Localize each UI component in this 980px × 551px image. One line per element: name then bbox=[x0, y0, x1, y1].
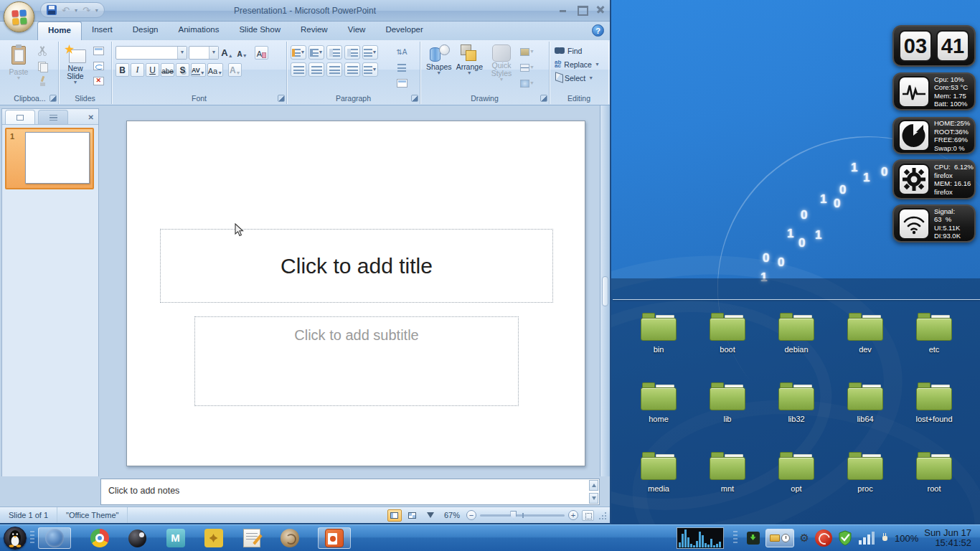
task-file-manager-active[interactable] bbox=[38, 527, 71, 549]
shape-fill-button[interactable]: ▼ bbox=[519, 44, 535, 59]
folder-opt[interactable]: opt bbox=[762, 446, 831, 516]
font-dialog-launcher-icon[interactable] bbox=[278, 95, 285, 102]
reset-button[interactable] bbox=[90, 59, 106, 73]
shape-outline-button[interactable]: ▼ bbox=[519, 60, 535, 75]
shrink-font-button[interactable]: A▼ bbox=[235, 46, 249, 60]
folder-root[interactable]: root bbox=[900, 446, 969, 516]
folder-lib[interactable]: lib bbox=[693, 377, 762, 446]
font-color-button[interactable]: A▼ bbox=[228, 63, 242, 77]
clipboard-dialog-launcher-icon[interactable] bbox=[50, 95, 57, 102]
notes-scroll-up-icon[interactable] bbox=[589, 480, 598, 491]
undo-icon[interactable]: ↶ bbox=[62, 6, 70, 15]
paste-button[interactable]: Paste ▼ bbox=[4, 44, 34, 88]
tab-developer[interactable]: Developer bbox=[375, 22, 433, 40]
zoom-level[interactable]: 67% bbox=[444, 511, 460, 519]
tab-review[interactable]: Review bbox=[291, 22, 338, 40]
tray-clock[interactable]: Sun Jun 17 15:41:52 bbox=[924, 528, 974, 548]
network-tray-icon[interactable] bbox=[858, 531, 875, 545]
title-placeholder[interactable]: Click to add title bbox=[160, 229, 553, 303]
redo-icon[interactable]: ↷ bbox=[83, 6, 90, 15]
select-button[interactable]: Select ▼ bbox=[552, 71, 606, 85]
folder-lib32[interactable]: lib32 bbox=[762, 377, 831, 446]
align-center-button[interactable] bbox=[308, 62, 324, 77]
slide-show-view-button[interactable] bbox=[423, 509, 438, 522]
qat-customize-icon[interactable]: ▾ bbox=[95, 7, 98, 14]
copy-button[interactable] bbox=[34, 59, 50, 73]
convert-smartart-button[interactable] bbox=[394, 76, 410, 90]
columns-button[interactable]: ▼ bbox=[362, 62, 378, 77]
folder-dev[interactable]: dev bbox=[831, 307, 900, 377]
office-button[interactable] bbox=[4, 1, 34, 32]
tab-animations[interactable]: Animations bbox=[169, 22, 230, 40]
delete-slide-button[interactable] bbox=[90, 74, 106, 88]
tab-design[interactable]: Design bbox=[123, 22, 169, 40]
power-tray-icon[interactable] bbox=[881, 533, 889, 544]
arrange-button[interactable]: Arrange ▼ bbox=[456, 44, 484, 76]
vertical-scrollbar-thumb[interactable] bbox=[602, 276, 608, 306]
slide[interactable]: Click to add title Click to add subtitle bbox=[126, 121, 585, 466]
file-manager-tray-widget[interactable] bbox=[765, 529, 794, 547]
tab-home[interactable]: Home bbox=[37, 22, 82, 40]
folder-media[interactable]: media bbox=[624, 446, 693, 516]
folder-debian[interactable]: debian bbox=[762, 307, 831, 377]
notes-launcher[interactable] bbox=[242, 529, 261, 548]
notes-scroll-down-icon[interactable] bbox=[589, 493, 598, 504]
bullets-button[interactable]: ▼ bbox=[291, 45, 306, 60]
zoom-slider-thumb[interactable] bbox=[510, 511, 517, 519]
subtitle-placeholder[interactable]: Click to add subtitle bbox=[194, 316, 519, 406]
font-size-combobox[interactable]: ▼ bbox=[189, 46, 219, 60]
drawing-dialog-launcher-icon[interactable] bbox=[540, 95, 547, 102]
shell-launcher[interactable] bbox=[280, 529, 299, 548]
folder-lib64[interactable]: lib64 bbox=[831, 377, 900, 446]
replace-button[interactable]: abac Replace ▼ bbox=[552, 57, 606, 71]
decrease-indent-button[interactable] bbox=[326, 45, 342, 60]
maximize-icon[interactable] bbox=[577, 5, 587, 14]
vertical-scrollbar[interactable] bbox=[600, 105, 610, 476]
bold-button[interactable]: B bbox=[116, 63, 129, 77]
folder-bin[interactable]: bin bbox=[624, 307, 693, 377]
zoom-out-button[interactable]: − bbox=[466, 510, 476, 520]
text-shadow-button[interactable]: S bbox=[176, 63, 189, 77]
layout-button[interactable] bbox=[90, 44, 106, 58]
folder-lost-found[interactable]: lost+found bbox=[900, 377, 969, 446]
folder-mnt[interactable]: mnt bbox=[693, 446, 762, 516]
align-text-button[interactable] bbox=[394, 60, 410, 75]
folder-proc[interactable]: proc bbox=[831, 446, 900, 516]
italic-button[interactable]: I bbox=[131, 63, 144, 77]
align-left-button[interactable] bbox=[291, 62, 306, 77]
taskbar-grip[interactable] bbox=[30, 531, 34, 545]
clear-formatting-button[interactable]: A bbox=[255, 46, 268, 60]
minimize-icon[interactable] bbox=[558, 5, 568, 14]
undo-caret-icon[interactable]: ▾ bbox=[75, 7, 77, 14]
folder-boot[interactable]: boot bbox=[693, 307, 762, 377]
text-direction-button[interactable]: ⇅A bbox=[394, 44, 410, 59]
slide-thumbnail[interactable]: 1 bbox=[5, 128, 94, 189]
tab-insert[interactable]: Insert bbox=[82, 22, 123, 40]
tools-launcher[interactable] bbox=[204, 529, 223, 548]
grow-font-button[interactable]: A▲ bbox=[220, 46, 234, 60]
folder-etc[interactable]: etc bbox=[900, 307, 969, 377]
tab-view[interactable]: View bbox=[338, 22, 376, 40]
folder-home[interactable]: home bbox=[624, 377, 693, 446]
increase-indent-button[interactable] bbox=[344, 45, 360, 60]
task-powerpoint-active[interactable] bbox=[318, 527, 351, 549]
paragraph-dialog-launcher-icon[interactable] bbox=[411, 95, 418, 102]
slides-tab[interactable] bbox=[5, 110, 35, 124]
normal-view-button[interactable] bbox=[387, 509, 402, 522]
align-right-button[interactable] bbox=[326, 62, 342, 77]
security-tray-icon[interactable] bbox=[838, 530, 852, 546]
cut-button[interactable] bbox=[34, 44, 50, 58]
volume-level[interactable]: 100% bbox=[895, 533, 918, 544]
numbering-button[interactable]: ▼ bbox=[308, 45, 324, 60]
tab-slide-show[interactable]: Slide Show bbox=[229, 22, 291, 40]
cpu-graph-tray-widget[interactable] bbox=[677, 527, 724, 549]
font-name-combobox[interactable]: ▼ bbox=[116, 46, 187, 60]
help-icon[interactable]: ? bbox=[592, 24, 604, 37]
underline-button[interactable]: U bbox=[146, 63, 159, 77]
settings-tray-icon[interactable]: ⚙ bbox=[800, 533, 809, 544]
update-tray-icon[interactable] bbox=[747, 532, 760, 545]
fit-to-window-button[interactable] bbox=[582, 510, 594, 521]
zoom-in-button[interactable]: + bbox=[568, 510, 578, 520]
start-menu-button[interactable] bbox=[4, 527, 27, 550]
find-button[interactable]: Find bbox=[552, 44, 606, 57]
